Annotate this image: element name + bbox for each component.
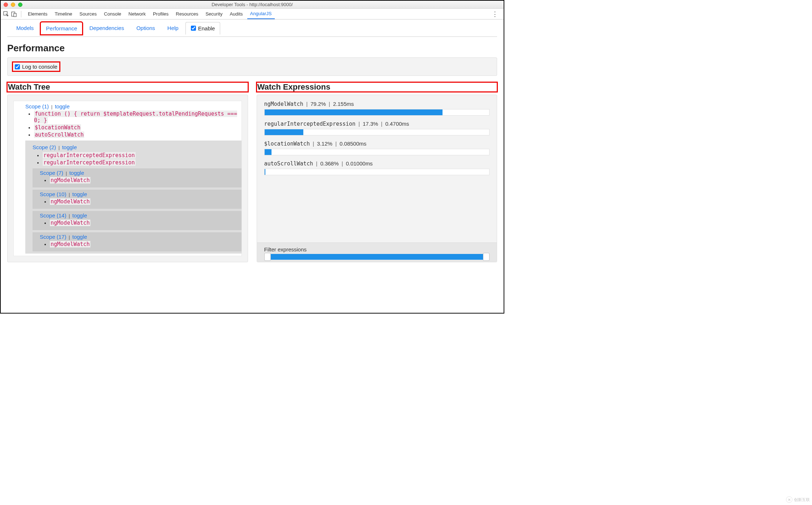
expression-time: 2.155ms	[333, 101, 354, 107]
ng-tab-help[interactable]: Help	[162, 22, 184, 34]
more-menu-icon[interactable]: ⋮	[489, 9, 501, 20]
content-area: Performance Log to console Watch Tree Sc…	[1, 37, 504, 266]
scope-1-watches: function () { return $templateRequest.to…	[25, 110, 242, 138]
watch-expressions-column: Watch Expressions ngModelWatch | 79.2% |…	[257, 82, 497, 262]
tab-security[interactable]: Security	[202, 9, 225, 19]
ng-tab-enable[interactable]: Enable	[185, 22, 221, 35]
scope-2-link[interactable]: Scope (2)	[33, 144, 56, 150]
watch-item: ngModelWatch	[50, 241, 242, 248]
devtools-tab-bar: Elements Timeline Sources Console Networ…	[1, 9, 504, 20]
expression-time: 0.4700ms	[385, 121, 409, 127]
expression-name: autoScrollWatch	[264, 160, 313, 167]
scope-10-watches: ngModelWatch	[40, 198, 242, 205]
expression-bar	[265, 169, 265, 175]
tab-elements[interactable]: Elements	[25, 9, 50, 19]
angularjs-tab-bar: Models Performance Dependencies Options …	[7, 20, 497, 37]
scope-14-toggle[interactable]: toggle	[72, 212, 87, 219]
watch-tree: Scope (1) | toggle function () { return …	[13, 101, 242, 256]
columns: Watch Tree Scope (1) | toggle function (…	[7, 82, 497, 262]
scope-2-watches: regularInterceptedExpression regularInte…	[33, 152, 242, 166]
tab-network[interactable]: Network	[125, 9, 149, 19]
watch-expressions-panel: ngModelWatch | 79.2% | 2.155ms regularIn…	[257, 95, 497, 262]
watch-item: regularInterceptedExpression	[43, 152, 242, 159]
expression-time: 0.08500ms	[339, 141, 366, 147]
inspect-element-icon[interactable]	[3, 11, 9, 17]
tab-profiles[interactable]: Profiles	[150, 9, 171, 19]
ng-tab-dependencies[interactable]: Dependencies	[84, 22, 129, 34]
filter-range[interactable]	[264, 254, 490, 260]
expression-percent: 79.2%	[311, 101, 326, 107]
watch-item: autoScrollWatch	[34, 131, 242, 138]
ng-tab-options[interactable]: Options	[131, 22, 161, 34]
tab-angularjs[interactable]: AngularJS	[247, 9, 275, 19]
enable-label: Enable	[198, 25, 215, 31]
log-to-console-checkbox[interactable]	[15, 64, 20, 69]
expression-row: autoScrollWatch | 0.368% | 0.01000ms	[264, 160, 490, 175]
watch-item: function () { return $templateRequest.to…	[34, 110, 242, 124]
scope-1-link[interactable]: Scope (1)	[25, 103, 49, 109]
tab-timeline[interactable]: Timeline	[52, 9, 75, 19]
range-handle-right[interactable]	[483, 253, 490, 261]
expression-name: ngModelWatch	[264, 101, 303, 107]
log-to-console-option[interactable]: Log to console	[13, 62, 60, 71]
expression-bar	[265, 129, 304, 135]
expression-percent: 17.3%	[363, 121, 378, 127]
expression-percent: 3.12%	[317, 141, 333, 147]
expression-name: $locationWatch	[264, 141, 310, 147]
ng-tab-models[interactable]: Models	[11, 22, 39, 34]
scope-14-watches: ngModelWatch	[40, 219, 242, 226]
log-to-console-label: Log to console	[22, 64, 57, 70]
scope-17-link[interactable]: Scope (17)	[40, 234, 66, 240]
watch-item: $locationWatch	[34, 124, 242, 131]
expression-time: 0.01000ms	[346, 160, 373, 167]
expression-bar	[265, 149, 272, 155]
expression-bar-bg	[264, 109, 490, 116]
scope-10-toggle[interactable]: toggle	[72, 191, 87, 197]
scope-10-link[interactable]: Scope (10)	[40, 191, 66, 197]
scope-14-block: Scope (14) | toggle ngModelWatch	[33, 211, 242, 230]
watch-item: regularInterceptedExpression	[43, 159, 242, 166]
watch-tree-panel: Scope (1) | toggle function () { return …	[7, 95, 248, 262]
watch-tree-title: Watch Tree	[7, 82, 248, 92]
enable-checkbox[interactable]	[191, 26, 196, 31]
scope-7-watches: ngModelWatch	[40, 177, 242, 184]
scope-1-row: Scope (1) | toggle	[14, 103, 242, 109]
window-titlebar: Developer Tools - http://localhost:9000/	[1, 1, 504, 9]
page-title: Performance	[7, 43, 497, 54]
ng-tab-performance[interactable]: Performance	[40, 22, 82, 35]
options-bar: Log to console	[7, 57, 497, 76]
tab-audits[interactable]: Audits	[227, 9, 245, 19]
watch-tree-column: Watch Tree Scope (1) | toggle function (…	[7, 82, 248, 262]
window-title: Developer Tools - http://localhost:9000/	[1, 2, 504, 7]
watch-expressions-title: Watch Expressions	[257, 82, 497, 92]
watch-item: ngModelWatch	[50, 177, 242, 184]
svg-rect-2	[14, 13, 16, 17]
tab-separator	[21, 11, 21, 17]
filter-footer: Filter expressions	[257, 242, 497, 262]
expression-percent: 0.368%	[320, 160, 339, 167]
scope-14-link[interactable]: Scope (14)	[40, 212, 66, 219]
tab-resources[interactable]: Resources	[173, 9, 201, 19]
device-toolbar-icon[interactable]	[11, 11, 17, 17]
watch-item: ngModelWatch	[50, 219, 242, 226]
scope-2-block: Scope (2) | toggle regularInterceptedExp…	[25, 141, 242, 254]
expression-name: regularInterceptedExpression	[264, 121, 356, 127]
scope-2-toggle[interactable]: toggle	[62, 144, 77, 150]
scope-7-link[interactable]: Scope (7)	[40, 170, 63, 176]
range-handle-left[interactable]	[264, 253, 271, 261]
scope-17-watches: ngModelWatch	[40, 241, 242, 248]
scope-10-block: Scope (10) | toggle ngModelWatch	[33, 190, 242, 209]
filter-label: Filter expressions	[264, 246, 490, 252]
scope-7-toggle[interactable]: toggle	[69, 170, 84, 176]
scope-1-toggle[interactable]: toggle	[55, 103, 70, 109]
scope-2-row: Scope (2) | toggle	[33, 143, 242, 151]
expression-list: ngModelWatch | 79.2% | 2.155ms regularIn…	[257, 95, 497, 183]
expression-bar-bg	[264, 149, 490, 155]
scope-17-toggle[interactable]: toggle	[72, 234, 87, 240]
tab-sources[interactable]: Sources	[77, 9, 100, 19]
expression-row: regularInterceptedExpression | 17.3% | 0…	[264, 121, 490, 135]
expression-bar-bg	[264, 169, 490, 175]
tab-console[interactable]: Console	[101, 9, 124, 19]
expression-row: $locationWatch | 3.12% | 0.08500ms	[264, 141, 490, 155]
expression-bar	[265, 109, 443, 115]
